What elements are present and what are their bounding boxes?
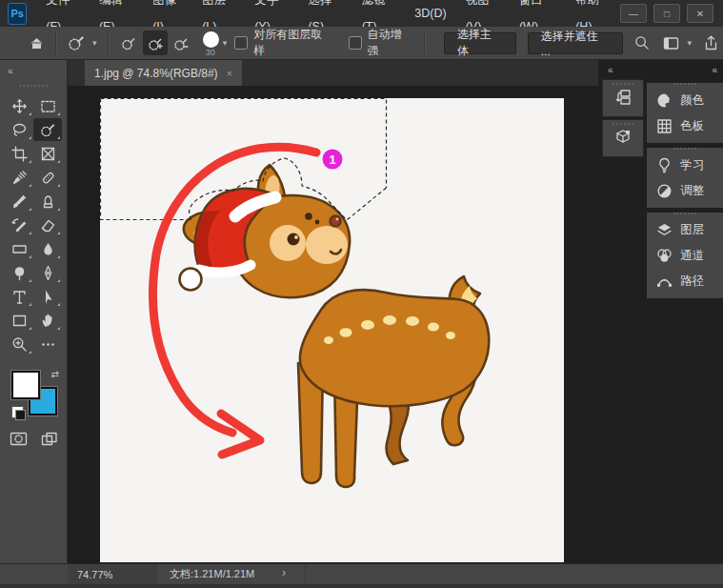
tool-grid [0,94,67,355]
tool-gradient[interactable] [5,237,33,260]
history-icon [614,89,632,106]
window-controls: — □ ✕ [620,4,713,23]
chevron-down-icon[interactable]: ▾ [92,38,97,48]
panel-label: 调整 [680,183,704,199]
panel-collapse-button[interactable]: « [602,60,645,79]
santa-hat-pompom [180,269,202,291]
tool-path-selection[interactable] [33,285,62,308]
panel-button-paths[interactable]: 路径 [647,269,723,294]
canvas-artwork: 1 [100,98,564,562]
tool-eyedropper[interactable] [5,166,33,189]
default-colors-icon[interactable] [11,406,24,418]
foreground-color-swatch[interactable] [11,371,40,399]
tool-eraser[interactable] [33,213,62,236]
menu-3d[interactable]: 3D(D) [405,0,455,27]
separator [55,31,57,54]
swatches-icon [656,118,673,134]
panel-button-adjustments[interactable]: 调整 [647,178,723,204]
tool-pen[interactable] [33,261,62,284]
maximize-button[interactable]: □ [653,4,680,23]
select-and-mask-button[interactable]: 选择并遮住 ... [528,32,624,54]
deer-eye [288,233,300,246]
tool-rectangular-marquee[interactable] [33,94,62,117]
3d-panel-button[interactable] [602,119,644,157]
subtract-from-selection-mode-button[interactable] [170,30,194,55]
color-swatches: ⇄ [8,369,59,418]
tool-spot-healing-brush[interactable] [33,166,62,189]
tool-move[interactable] [5,94,33,117]
swap-colors-icon[interactable]: ⇄ [51,369,59,379]
document-tab[interactable]: 1.jpg @ 74.8%(RGB/8#) × [85,60,242,86]
panel-label: 学习 [680,157,704,173]
tab-close-icon[interactable]: × [227,68,232,79]
annotation-badge-number: 1 [329,152,335,167]
panel-label: 颜色 [680,92,704,109]
panel-group-color: 颜色 色板 [647,83,723,143]
grip-dots [673,148,696,150]
brush-size-value: 30 [206,48,215,57]
sample-all-layers-checkbox[interactable] [234,36,248,50]
home-icon[interactable] [25,35,49,51]
history-panel-button[interactable] [602,79,644,117]
panel-collapse-button[interactable]: « [647,60,723,79]
minimize-button[interactable]: — [620,4,647,23]
panel-group-learn: 学习 调整 [647,148,723,208]
brush-size-picker[interactable]: 30 [203,30,215,57]
select-subject-button[interactable]: 选择主体 [444,32,516,54]
photoshop-logo: Ps [8,3,27,25]
channels-icon [656,248,673,264]
panel-button-color[interactable]: 颜色 [647,88,723,113]
close-button[interactable]: ✕ [687,4,713,23]
quick-mask-icon[interactable] [10,432,28,446]
right-panel-dock: « « [598,60,723,564]
panel-label: 通道 [680,248,704,264]
grip-dots [19,85,48,87]
deer-body [300,290,489,406]
photoshop-window: Ps 文件(F) 编辑(E) 图像(I) 图层(L) 文字(Y) 选择(S) 滤… [0,0,723,588]
pasteboard: 1 [68,86,598,564]
panel-label: 路径 [680,274,704,290]
tool-selection-brush[interactable] [33,118,62,141]
tool-frame[interactable] [33,142,62,165]
panel-label: 图层 [680,222,704,238]
screen-mode-icon[interactable] [41,432,58,446]
panel-button-swatches[interactable]: 色板 [647,113,723,139]
deer-eye-patch [270,225,306,261]
tool-brush[interactable] [5,190,33,213]
tool-type[interactable] [5,285,33,308]
tool-hand[interactable] [33,309,62,332]
auto-enhance-checkbox[interactable] [349,36,362,50]
window-bottom-edge [0,584,723,588]
panel-label: 色板 [680,118,704,134]
paths-icon [656,274,673,290]
tool-rectangle[interactable] [5,309,33,332]
tool-blur[interactable] [33,237,62,260]
tool-zoom[interactable] [5,333,33,355]
chevron-down-icon[interactable]: ▾ [223,38,228,48]
document-tab-title: 1.jpg @ 74.8%(RGB/8#) [94,67,218,80]
canvas[interactable]: 1 [100,98,564,562]
chevron-down-icon[interactable]: ▾ [687,38,692,48]
new-selection-mode-button[interactable] [117,30,142,55]
toolbar-collapse-button[interactable]: « [0,60,67,81]
tool-preset-icon[interactable] [64,34,89,51]
adjustments-icon [656,183,673,199]
tool-crop[interactable] [5,142,33,165]
tool-more-options[interactable] [33,333,62,355]
tool-dodge[interactable] [5,261,33,284]
separator [108,31,110,54]
add-to-selection-mode-button[interactable] [143,30,168,55]
panel-button-learn[interactable]: 学习 [647,152,723,178]
panel-button-channels[interactable]: 通道 [647,243,723,269]
zoom-level-field[interactable]: 74.77% [68,564,158,584]
status-options-chevron[interactable]: › [282,566,286,579]
tool-history-brush[interactable] [5,213,33,236]
workspace-switcher-icon[interactable] [659,36,683,51]
tool-lasso[interactable] [5,118,33,141]
annotation-badge: 1 [323,150,343,170]
search-icon[interactable] [631,35,653,51]
panel-button-layers[interactable]: 图层 [647,217,723,243]
share-icon[interactable] [699,35,723,51]
deer-nose [331,216,341,227]
tool-clone-stamp[interactable] [33,190,62,213]
